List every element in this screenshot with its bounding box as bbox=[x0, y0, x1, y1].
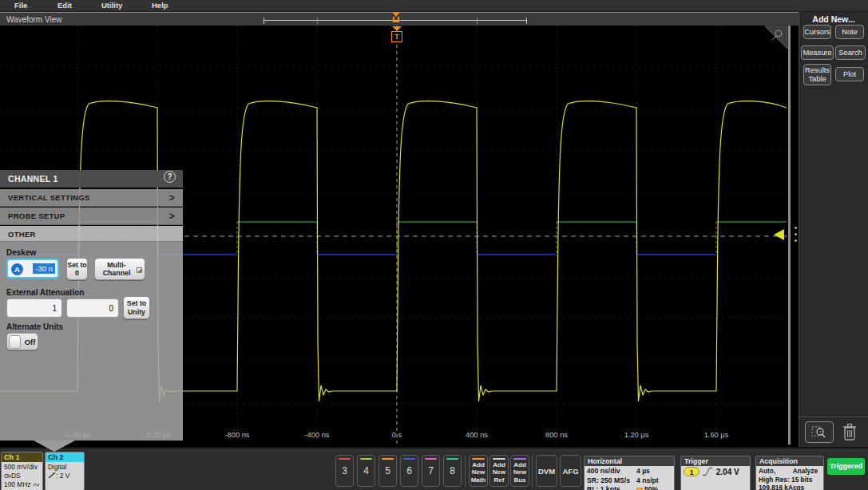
ch2-badge[interactable]: Ch 2 Digital : 2 V bbox=[45, 452, 85, 490]
acq-count: 109.816 kAcqs bbox=[759, 484, 821, 490]
dialog-title[interactable]: CHANNEL 1 bbox=[0, 170, 183, 188]
acquisition-panel[interactable]: Acquisition Auto,Analyze High Res: 15 bi… bbox=[755, 456, 824, 490]
set-to-zero-button[interactable]: Set to 0 bbox=[66, 258, 88, 280]
chevron-right-icon: > bbox=[169, 207, 175, 225]
set-to-unity-button[interactable]: Set to Unity bbox=[123, 296, 150, 319]
scrollbar-handle[interactable] bbox=[793, 225, 798, 246]
afg-button[interactable]: AFG bbox=[560, 455, 581, 487]
channel-6-button[interactable]: 6 bbox=[400, 455, 418, 487]
add-new-ref-button[interactable]: Add New Ref bbox=[489, 455, 509, 487]
plot-button[interactable]: Plot bbox=[835, 67, 864, 81]
time-tick-label: 400 ns bbox=[451, 431, 502, 439]
results-table-button[interactable]: Results Table bbox=[803, 64, 831, 85]
multi-channel-label: Multi-Channel bbox=[95, 261, 138, 277]
vertical-scrollbar[interactable] bbox=[788, 26, 791, 445]
channel-color-line bbox=[382, 458, 394, 460]
trigger-panel[interactable]: Trigger 1 2.04 V bbox=[680, 456, 751, 490]
deskew-label: Deskew bbox=[6, 248, 36, 257]
trash-button[interactable] bbox=[841, 422, 858, 442]
horizontal-position: 50% bbox=[644, 485, 658, 490]
note-button[interactable]: Note bbox=[835, 25, 864, 39]
measure-button[interactable]: Measure bbox=[801, 45, 834, 60]
oscilloscope-screen: File Edit Utility Help Waveform View -1.… bbox=[0, 0, 868, 490]
section-other[interactable]: OTHER bbox=[0, 226, 183, 242]
alternate-units-label: Alternate Units bbox=[6, 322, 63, 331]
overview-left-bracket bbox=[264, 18, 264, 24]
section-label: VERTICAL SETTINGS bbox=[8, 193, 90, 202]
time-tick-label: 1.60 µs bbox=[691, 431, 742, 439]
channel-8-button[interactable]: 8 bbox=[443, 455, 462, 487]
channel-number: 5 bbox=[385, 465, 390, 476]
channel-number: 8 bbox=[450, 465, 455, 476]
cursors-button[interactable]: Cursors bbox=[803, 25, 831, 39]
trigger-source-badge: 1 bbox=[684, 467, 700, 476]
add-new-title: Add New... bbox=[799, 14, 868, 24]
time-tick-label: 800 ns bbox=[531, 431, 582, 439]
attenuation-input-1[interactable]: 1 bbox=[6, 298, 62, 318]
deskew-input[interactable]: A -30 n bbox=[6, 259, 59, 279]
section-probe-setup[interactable]: PROBE SETUP > bbox=[0, 207, 183, 225]
channel-7-button[interactable]: 7 bbox=[422, 455, 440, 487]
trigger-position-flag[interactable]: T bbox=[391, 31, 402, 42]
waveform-view-title: Waveform View bbox=[6, 15, 61, 24]
add-new-math-button[interactable]: Add New Math bbox=[469, 455, 488, 487]
threshold-icon bbox=[48, 472, 56, 479]
section-vertical-settings[interactable]: VERTICAL SETTINGS > bbox=[0, 189, 183, 207]
ch1-badge-header: Ch 1 bbox=[2, 452, 42, 462]
menu-edit[interactable]: Edit bbox=[57, 1, 72, 10]
flyout-icon bbox=[137, 267, 142, 273]
attenuation-value-1: 1 bbox=[52, 304, 57, 313]
ghost-circle bbox=[6, 472, 24, 489]
zoom-mode-button[interactable] bbox=[805, 421, 834, 443]
attenuation-value-2: 0 bbox=[109, 304, 113, 313]
settings-bar: Ch 1 500 mV/div DS 100 MHz Ch 2 Digital … bbox=[0, 447, 868, 490]
menu-utility[interactable]: Utility bbox=[101, 1, 122, 10]
acquisition-title: Acquisition bbox=[756, 456, 823, 466]
horizontal-title: Horizontal bbox=[585, 456, 674, 466]
ref-color-line bbox=[493, 458, 505, 460]
menu-help[interactable]: Help bbox=[152, 1, 168, 10]
toggle-state: Off bbox=[22, 334, 38, 350]
section-label: PROBE SETUP bbox=[8, 211, 65, 220]
add-new-bus-button[interactable]: Add New Bus bbox=[510, 455, 529, 487]
resolution: 4 ns/pt bbox=[636, 476, 659, 486]
dialog-pointer bbox=[34, 441, 75, 452]
bandwidth-icon bbox=[33, 482, 40, 488]
magnifier-icon bbox=[811, 425, 827, 439]
channel-number: 4 bbox=[363, 465, 369, 476]
time-tick-label: 0 s bbox=[371, 431, 422, 439]
menu-bar: File Edit Utility Help bbox=[0, 0, 868, 12]
separator bbox=[465, 455, 466, 487]
expansion-point-icon[interactable] bbox=[393, 17, 399, 22]
chevron-right-icon: > bbox=[169, 189, 175, 207]
horizontal-panel[interactable]: Horizontal 400 ns/div4 µs SR: 250 MS/s4 … bbox=[584, 456, 675, 490]
help-icon[interactable]: ? bbox=[164, 171, 176, 183]
time-tick-label: -800 ns bbox=[212, 431, 263, 439]
overview-tick bbox=[477, 18, 478, 24]
channel-3-button[interactable]: 3 bbox=[335, 455, 354, 487]
ch2-badge-header: Ch 2 bbox=[46, 452, 84, 462]
channel-color-line bbox=[425, 458, 437, 460]
math-color-line bbox=[472, 458, 485, 460]
channel-number: 7 bbox=[428, 465, 434, 476]
channel-color-line bbox=[339, 458, 351, 460]
ch2-badge-body: Digital : 2 V bbox=[46, 462, 84, 490]
triggered-status-badge: Triggered bbox=[827, 458, 865, 475]
add-new-panel: Add New... Cursors Note Measure Search R… bbox=[799, 12, 868, 447]
dvm-button[interactable]: DVM bbox=[536, 455, 557, 487]
search-button[interactable]: Search bbox=[835, 45, 866, 60]
rising-edge-icon bbox=[703, 467, 712, 476]
dialog-body: Deskew A -30 n Set to 0 Multi-Channel Ex… bbox=[0, 242, 183, 441]
add-button-label: Add New Ref bbox=[490, 461, 508, 484]
channel-5-button[interactable]: 5 bbox=[379, 455, 397, 487]
attenuation-input-2[interactable]: 0 bbox=[66, 298, 119, 318]
bus-color-line bbox=[513, 458, 526, 460]
channel-4-button[interactable]: 4 bbox=[357, 455, 375, 487]
time-tick-label: 1.20 µs bbox=[611, 431, 662, 439]
multi-channel-button[interactable]: Multi-Channel bbox=[94, 258, 145, 280]
section-label: OTHER bbox=[8, 230, 36, 239]
separator bbox=[532, 455, 533, 487]
alternate-units-toggle[interactable]: Off bbox=[6, 333, 38, 350]
trigger-level: 2.04 V bbox=[716, 468, 739, 476]
menu-file[interactable]: File bbox=[14, 1, 27, 10]
